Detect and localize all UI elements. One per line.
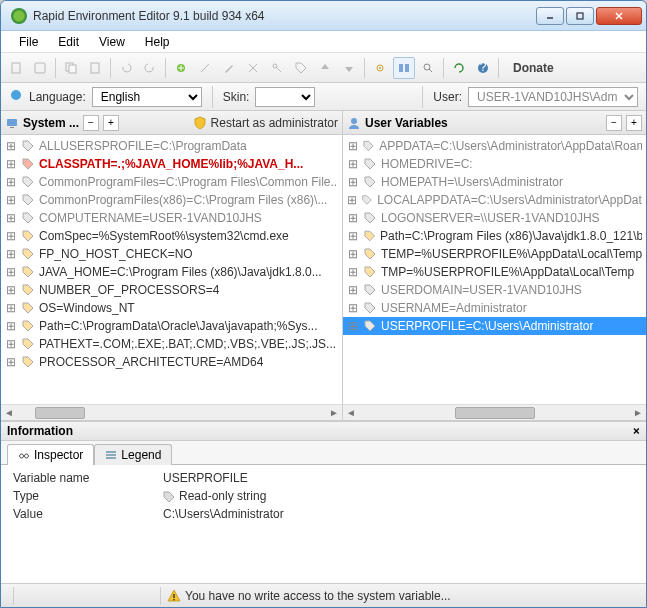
- tree-row[interactable]: ⊞Path=C:\ProgramData\Oracle\Java\javapat…: [1, 317, 342, 335]
- tree-row[interactable]: ⊞CommonProgramFiles=C:\Program Files\Com…: [1, 173, 342, 191]
- system-pane: System ... − + Restart as administrator …: [1, 111, 343, 420]
- expand-icon[interactable]: ⊞: [347, 211, 359, 225]
- skin-select[interactable]: [255, 87, 315, 107]
- tool-save-icon[interactable]: [29, 57, 51, 79]
- tool-paste-icon[interactable]: [84, 57, 106, 79]
- expand-icon[interactable]: ⊞: [347, 229, 359, 243]
- expand-icon[interactable]: ⊞: [5, 211, 17, 225]
- tool-panes-icon[interactable]: [393, 57, 415, 79]
- tree-row-text: NUMBER_OF_PROCESSORS=4: [39, 283, 219, 297]
- collapse-all-button[interactable]: −: [83, 115, 99, 131]
- tree-row[interactable]: ⊞HOMEPATH=\Users\Administrator: [343, 173, 646, 191]
- shield-icon: [193, 116, 207, 130]
- h-scrollbar[interactable]: ◄►: [343, 404, 646, 420]
- tree-row[interactable]: ⊞Path=C:\Program Files (x86)\Java\jdk1.8…: [343, 227, 646, 245]
- tool-up-icon[interactable]: [314, 57, 336, 79]
- tool-add-icon[interactable]: [170, 57, 192, 79]
- donate-button[interactable]: Donate: [507, 58, 560, 78]
- tree-row[interactable]: ⊞CLASSPATH=.;%JAVA_HOME%lib;%JAVA_H...: [1, 155, 342, 173]
- collapse-all-button[interactable]: −: [606, 115, 622, 131]
- expand-icon[interactable]: ⊞: [5, 229, 17, 243]
- user-tree[interactable]: ⊞APPDATA=C:\Users\Administrator\AppData\…: [343, 135, 646, 404]
- maximize-button[interactable]: [566, 7, 594, 25]
- minimize-button[interactable]: [536, 7, 564, 25]
- close-button[interactable]: [596, 7, 642, 25]
- expand-icon[interactable]: ⊞: [5, 283, 17, 297]
- h-scrollbar[interactable]: ◄►: [1, 404, 342, 420]
- tool-new-icon[interactable]: [5, 57, 27, 79]
- tab-legend[interactable]: Legend: [94, 444, 172, 465]
- tree-row[interactable]: ⊞OS=Windows_NT: [1, 299, 342, 317]
- expand-icon[interactable]: ⊞: [347, 265, 359, 279]
- tree-row-text: APPDATA=C:\Users\Administrator\AppData\R…: [379, 139, 642, 153]
- tree-row[interactable]: ⊞PATHEXT=.COM;.EXE;.BAT;.CMD;.VBS;.VBE;.…: [1, 335, 342, 353]
- tree-row[interactable]: ⊞FP_NO_HOST_CHECK=NO: [1, 245, 342, 263]
- expand-all-button[interactable]: +: [103, 115, 119, 131]
- tree-row[interactable]: ⊞ComSpec=%SystemRoot%\system32\cmd.exe: [1, 227, 342, 245]
- tree-row[interactable]: ⊞PROCESSOR_ARCHITECTURE=AMD64: [1, 353, 342, 371]
- glasses-icon: [18, 449, 30, 461]
- expand-icon[interactable]: ⊞: [347, 193, 357, 207]
- expand-icon[interactable]: ⊞: [347, 157, 359, 171]
- titlebar[interactable]: Rapid Environment Editor 9.1 build 934 x…: [1, 1, 646, 31]
- expand-icon[interactable]: ⊞: [5, 175, 17, 189]
- menu-file[interactable]: File: [11, 33, 46, 51]
- expand-icon[interactable]: ⊞: [5, 193, 17, 207]
- tool-refresh-icon[interactable]: [448, 57, 470, 79]
- expand-icon[interactable]: ⊞: [347, 175, 359, 189]
- tool-gear-icon[interactable]: [369, 57, 391, 79]
- tab-inspector[interactable]: Inspector: [7, 444, 94, 465]
- tool-find-icon[interactable]: [417, 57, 439, 79]
- expand-icon[interactable]: ⊞: [5, 247, 17, 261]
- tree-row-text: FP_NO_HOST_CHECK=NO: [39, 247, 193, 261]
- expand-icon[interactable]: ⊞: [5, 265, 17, 279]
- tree-row[interactable]: ⊞USERDOMAIN=USER-1VAND10JHS: [343, 281, 646, 299]
- tool-undo-icon[interactable]: [115, 57, 137, 79]
- info-close-button[interactable]: ×: [633, 424, 640, 438]
- expand-all-button[interactable]: +: [626, 115, 642, 131]
- tree-row[interactable]: ⊞JAVA_HOME=C:\Program Files (x86)\Java\j…: [1, 263, 342, 281]
- expand-icon[interactable]: ⊞: [347, 139, 358, 153]
- tree-row[interactable]: ⊞APPDATA=C:\Users\Administrator\AppData\…: [343, 137, 646, 155]
- expand-icon[interactable]: ⊞: [5, 319, 17, 333]
- tree-row[interactable]: ⊞TEMP=%USERPROFILE%\AppData\Local\Temp: [343, 245, 646, 263]
- language-select[interactable]: English: [92, 87, 202, 107]
- tree-row[interactable]: ⊞LOGONSERVER=\\USER-1VAND10JHS: [343, 209, 646, 227]
- expand-icon[interactable]: ⊞: [5, 301, 17, 315]
- restart-admin-link[interactable]: Restart as administrator: [211, 116, 338, 130]
- tool-key-icon[interactable]: [266, 57, 288, 79]
- svg-rect-4: [12, 63, 20, 73]
- tree-row[interactable]: ⊞USERPROFILE=C:\Users\Administrator: [343, 317, 646, 335]
- menu-edit[interactable]: Edit: [50, 33, 87, 51]
- tool-help-icon[interactable]: ?: [472, 57, 494, 79]
- tool-wand-icon[interactable]: [194, 57, 216, 79]
- tool-delete-icon[interactable]: [242, 57, 264, 79]
- tool-edit-icon[interactable]: [218, 57, 240, 79]
- tree-row[interactable]: ⊞HOMEDRIVE=C:: [343, 155, 646, 173]
- menu-help[interactable]: Help: [137, 33, 178, 51]
- expand-icon[interactable]: ⊞: [5, 337, 17, 351]
- menu-view[interactable]: View: [91, 33, 133, 51]
- tool-tag-icon[interactable]: [290, 57, 312, 79]
- tool-copy-icon[interactable]: [60, 57, 82, 79]
- tree-row[interactable]: ⊞CommonProgramFiles(x86)=C:\Program File…: [1, 191, 342, 209]
- tree-row[interactable]: ⊞ALLUSERSPROFILE=C:\ProgramData: [1, 137, 342, 155]
- tool-down-icon[interactable]: [338, 57, 360, 79]
- tree-row[interactable]: ⊞LOCALAPPDATA=C:\Users\Administrator\App…: [343, 191, 646, 209]
- expand-icon[interactable]: ⊞: [5, 139, 17, 153]
- system-tree[interactable]: ⊞ALLUSERSPROFILE=C:\ProgramData⊞CLASSPAT…: [1, 135, 342, 404]
- expand-icon[interactable]: ⊞: [347, 283, 359, 297]
- tree-row[interactable]: ⊞TMP=%USERPROFILE%\AppData\Local\Temp: [343, 263, 646, 281]
- expand-icon[interactable]: ⊞: [347, 301, 359, 315]
- user-select[interactable]: USER-1VAND10JHS\Administrato: [468, 87, 638, 107]
- tree-row[interactable]: ⊞USERNAME=Administrator: [343, 299, 646, 317]
- expand-icon[interactable]: ⊞: [347, 319, 359, 333]
- tool-redo-icon[interactable]: [139, 57, 161, 79]
- tree-row[interactable]: ⊞COMPUTERNAME=USER-1VAND10JHS: [1, 209, 342, 227]
- expand-icon[interactable]: ⊞: [5, 355, 17, 369]
- user-pane: User Variables − + ⊞APPDATA=C:\Users\Adm…: [343, 111, 646, 420]
- inspector-value: Read-only string: [159, 487, 638, 505]
- expand-icon[interactable]: ⊞: [347, 247, 359, 261]
- expand-icon[interactable]: ⊞: [5, 157, 17, 171]
- tree-row[interactable]: ⊞NUMBER_OF_PROCESSORS=4: [1, 281, 342, 299]
